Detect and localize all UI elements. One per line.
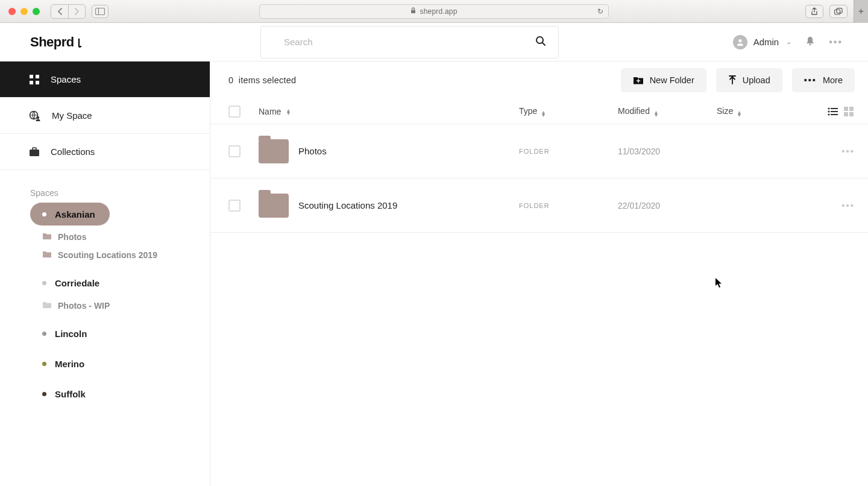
upload-button[interactable]: Upload: [716, 68, 782, 92]
logo[interactable]: Sheprd: [30, 34, 83, 50]
app-header: Sheprd Admin ⌄ •••: [0, 23, 868, 62]
close-window-button[interactable]: [8, 8, 16, 15]
maximize-window-button[interactable]: [33, 8, 40, 15]
svg-point-7: [738, 39, 741, 42]
sidebar-folder-photos-wip[interactable]: Photos - WIP: [30, 297, 210, 315]
forward-button[interactable]: [68, 5, 85, 18]
sidebar-icon: [95, 8, 105, 15]
row-name: Photos: [298, 146, 327, 156]
list-view-button[interactable]: [827, 106, 839, 118]
nav-my-space-label: My Space: [52, 110, 92, 121]
url-text: sheprd.app: [420, 7, 457, 16]
folder-icon: [42, 250, 52, 260]
space-lincoln[interactable]: Lincoln: [30, 322, 210, 345]
space-corriedale[interactable]: Corriedale: [30, 271, 210, 294]
logo-mark-icon: [77, 39, 83, 48]
space-label: Lincoln: [55, 329, 87, 339]
sort-icon: ▴▾: [655, 110, 658, 116]
column-name[interactable]: Name ▴▾: [259, 107, 519, 116]
row-checkbox[interactable]: [228, 145, 241, 157]
chevron-right-icon: [74, 8, 80, 15]
column-label: Size: [717, 106, 733, 116]
svg-rect-10: [36, 75, 39, 78]
folder-label: Photos: [58, 232, 86, 242]
row-more-button[interactable]: •••: [841, 200, 855, 210]
space-label: Suffolk: [55, 389, 86, 399]
space-suffolk[interactable]: Suffolk: [30, 382, 210, 405]
sidebar-folder-scouting[interactable]: Scouting Locations 2019: [30, 246, 210, 264]
grid-icon: [29, 74, 40, 85]
row-modified: 22/01/2020: [618, 201, 717, 210]
lock-icon: [410, 7, 416, 15]
svg-rect-2: [411, 10, 415, 14]
back-button[interactable]: [51, 5, 68, 18]
space-askanian[interactable]: Askanian: [30, 203, 110, 226]
more-icon[interactable]: •••: [829, 37, 843, 48]
space-dot-icon: [42, 281, 46, 285]
select-all-checkbox[interactable]: [228, 106, 241, 118]
selection-count: 0: [228, 75, 233, 85]
svg-point-18: [828, 107, 829, 109]
briefcase-icon: [29, 147, 40, 157]
nav-collections-label: Collections: [51, 147, 95, 157]
sort-icon: ▴▾: [738, 110, 741, 116]
grid-view-button[interactable]: [843, 106, 855, 118]
row-checkbox[interactable]: [228, 200, 241, 212]
url-bar[interactable]: sheprd.app ↻: [259, 4, 609, 19]
selection-label: items selected: [239, 75, 296, 85]
column-header-row: Name ▴▾ Type ▴▾ Modified ▴▾ Size ▴▾: [210, 99, 868, 124]
minimize-window-button[interactable]: [20, 8, 28, 15]
svg-rect-21: [831, 111, 838, 112]
column-label: Modified: [618, 106, 650, 116]
svg-point-22: [828, 113, 829, 115]
spaces-section-header: Spaces: [0, 170, 210, 203]
svg-rect-4: [837, 8, 842, 13]
user-name: Admin: [753, 37, 779, 47]
nav-my-space[interactable]: My Space: [0, 98, 210, 134]
nav-collections[interactable]: Collections: [0, 134, 210, 170]
svg-rect-16: [33, 148, 36, 150]
search-icon[interactable]: [535, 36, 546, 49]
reload-button[interactable]: ↻: [597, 7, 603, 16]
chevron-left-icon: [57, 8, 63, 15]
folder-icon: [42, 232, 52, 242]
row-name: Scouting Locations 2019: [298, 200, 397, 210]
bell-icon[interactable]: [805, 36, 816, 49]
row-more-button[interactable]: •••: [841, 146, 855, 156]
new-tab-button[interactable]: +: [854, 0, 868, 23]
sort-icon: ▴▾: [287, 109, 290, 115]
search-box[interactable]: [260, 26, 559, 58]
dots-icon: •••: [804, 75, 817, 85]
folder-label: Photos - WIP: [58, 301, 110, 311]
column-label: Name: [259, 107, 281, 116]
sort-icon: ▴▾: [542, 110, 545, 116]
space-dot-icon: [42, 332, 46, 336]
sidebar: Spaces My Space Collections Spaces Askan…: [0, 62, 210, 486]
space-merino[interactable]: Merino: [30, 352, 210, 375]
more-button[interactable]: ••• More: [792, 68, 855, 92]
sidebar-folder-photos[interactable]: Photos: [30, 228, 210, 246]
svg-point-8: [810, 43, 811, 45]
spaces-tree: Askanian Photos Scouting Locations 2019 …: [0, 203, 210, 408]
column-size[interactable]: Size ▴▾: [717, 106, 789, 116]
svg-point-20: [828, 110, 829, 112]
share-button[interactable]: [805, 5, 823, 18]
browser-chrome: sheprd.app ↻ +: [0, 0, 868, 23]
logo-text: Sheprd: [30, 34, 74, 50]
column-modified[interactable]: Modified ▴▾: [618, 106, 717, 116]
new-folder-button[interactable]: New Folder: [621, 68, 706, 92]
table-row[interactable]: Photos FOLDER 11/03/2020 •••: [210, 124, 868, 178]
table-row[interactable]: Scouting Locations 2019 FOLDER 22/01/202…: [210, 178, 868, 233]
svg-rect-27: [849, 112, 854, 116]
nav-buttons: [51, 4, 86, 19]
sidebar-toggle-button[interactable]: [92, 5, 108, 18]
space-dot-icon: [42, 392, 46, 396]
search-input[interactable]: [284, 37, 545, 47]
upload-icon: [728, 75, 737, 85]
tabs-button[interactable]: [829, 5, 848, 18]
svg-rect-15: [30, 150, 39, 156]
user-menu[interactable]: Admin ⌄: [733, 35, 792, 49]
svg-point-14: [37, 116, 39, 118]
column-type[interactable]: Type ▴▾: [519, 106, 618, 116]
nav-spaces[interactable]: Spaces: [0, 62, 210, 98]
